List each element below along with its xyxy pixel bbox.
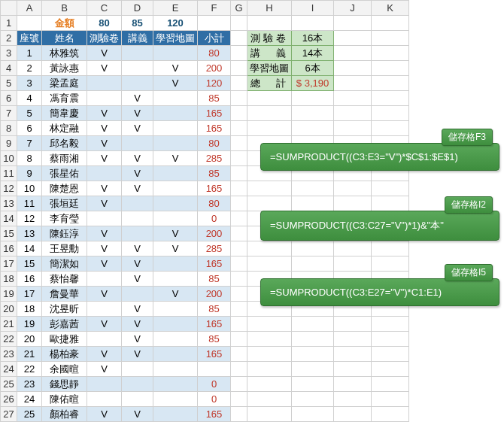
summary-test-label[interactable]: 測驗卷 [247, 31, 292, 46]
row-header[interactable]: 12 [1, 181, 17, 196]
cell[interactable] [231, 407, 247, 422]
subtotal-cell[interactable]: 200 [198, 226, 231, 241]
row-header[interactable]: 17 [1, 256, 17, 272]
cell[interactable] [247, 121, 292, 136]
cell[interactable] [372, 46, 409, 61]
seat-cell[interactable]: 18 [17, 302, 42, 317]
cell[interactable] [334, 46, 372, 61]
name-cell[interactable]: 王昱勳 [42, 241, 87, 256]
cell[interactable] [231, 332, 247, 347]
row-header[interactable]: 14 [1, 211, 17, 226]
seat-cell[interactable]: 6 [17, 121, 42, 136]
cell[interactable] [372, 256, 409, 272]
cell[interactable] [231, 211, 247, 226]
subtotal-cell[interactable]: 85 [198, 302, 231, 317]
cell[interactable] [334, 181, 372, 196]
cell[interactable] [292, 407, 334, 422]
summary-total-val[interactable]: $ 3,190 [292, 76, 334, 91]
cell[interactable] [334, 347, 372, 362]
seat-cell[interactable]: 23 [17, 377, 42, 392]
mark-test[interactable]: V [87, 317, 122, 332]
cell[interactable] [334, 61, 372, 76]
cell[interactable] [372, 61, 409, 76]
mark-test[interactable]: V [87, 106, 122, 121]
cell[interactable] [372, 181, 409, 196]
row-header[interactable]: 25 [1, 377, 17, 392]
row-header[interactable]: 15 [1, 226, 17, 241]
subtotal-cell[interactable]: 285 [198, 151, 231, 166]
cell[interactable] [231, 76, 247, 91]
cell[interactable] [372, 407, 409, 422]
subtotal-cell[interactable]: 80 [198, 46, 231, 61]
cell[interactable] [292, 256, 334, 272]
cell[interactable] [334, 407, 372, 422]
mark-map[interactable]: V [153, 61, 198, 76]
col-C[interactable]: C [87, 1, 122, 16]
name-cell[interactable]: 陳佑暄 [42, 392, 87, 407]
price-map[interactable]: 120 [153, 16, 198, 31]
mark-lecture[interactable]: V [122, 181, 153, 196]
cell[interactable] [231, 151, 247, 166]
name-cell[interactable]: 顏柏睿 [42, 407, 87, 422]
mark-map[interactable]: V [153, 151, 198, 166]
name-cell[interactable]: 蔡雨湘 [42, 151, 87, 166]
cell[interactable] [292, 332, 334, 347]
mark-map[interactable] [153, 256, 198, 272]
mark-lecture[interactable] [122, 76, 153, 91]
name-cell[interactable]: 陳鈺淳 [42, 226, 87, 241]
mark-lecture[interactable]: V [122, 151, 153, 166]
mark-lecture[interactable]: V [122, 256, 153, 272]
cell[interactable] [372, 196, 409, 211]
cell[interactable] [334, 121, 372, 136]
row-header[interactable]: 8 [1, 121, 17, 136]
cell[interactable] [17, 16, 42, 31]
row-header[interactable]: 19 [1, 287, 17, 302]
row-header[interactable]: 2 [1, 31, 17, 46]
mark-map[interactable] [153, 91, 198, 106]
row-header[interactable]: 11 [1, 166, 17, 181]
cell[interactable] [292, 16, 334, 31]
seat-cell[interactable]: 25 [17, 407, 42, 422]
mark-test[interactable]: V [87, 347, 122, 362]
hdr-lecture[interactable]: 講義 [122, 31, 153, 46]
mark-lecture[interactable]: V [122, 332, 153, 347]
mark-map[interactable] [153, 46, 198, 61]
cell[interactable] [334, 392, 372, 407]
cell[interactable] [247, 377, 292, 392]
cell[interactable] [247, 362, 292, 377]
cell[interactable] [292, 181, 334, 196]
cell[interactable] [372, 121, 409, 136]
cell[interactable] [231, 272, 247, 287]
price-lecture[interactable]: 85 [122, 16, 153, 31]
summary-map-label[interactable]: 學習地圖 [247, 61, 292, 76]
mark-lecture[interactable] [122, 196, 153, 211]
row-header[interactable]: 22 [1, 332, 17, 347]
seat-cell[interactable]: 16 [17, 272, 42, 287]
row-header[interactable]: 13 [1, 196, 17, 211]
cell[interactable] [247, 407, 292, 422]
mark-map[interactable] [153, 377, 198, 392]
name-cell[interactable]: 張垣廷 [42, 196, 87, 211]
hdr-map[interactable]: 學習地圖 [153, 31, 198, 46]
mark-lecture[interactable] [122, 377, 153, 392]
mark-map[interactable] [153, 302, 198, 317]
seat-cell[interactable]: 4 [17, 91, 42, 106]
seat-cell[interactable]: 9 [17, 166, 42, 181]
seat-cell[interactable]: 21 [17, 347, 42, 362]
subtotal-cell[interactable]: 165 [198, 106, 231, 121]
cell[interactable] [292, 347, 334, 362]
subtotal-cell[interactable]: 85 [198, 332, 231, 347]
mark-map[interactable] [153, 407, 198, 422]
cell[interactable] [334, 76, 372, 91]
mark-map[interactable] [153, 272, 198, 287]
mark-test[interactable] [87, 211, 122, 226]
col-D[interactable]: D [122, 1, 153, 16]
seat-cell[interactable]: 7 [17, 136, 42, 151]
mark-lecture[interactable] [122, 46, 153, 61]
mark-map[interactable] [153, 106, 198, 121]
mark-map[interactable]: V [153, 226, 198, 241]
subtotal-cell[interactable]: 165 [198, 317, 231, 332]
mark-lecture[interactable] [122, 392, 153, 407]
seat-cell[interactable]: 19 [17, 317, 42, 332]
cell[interactable] [247, 106, 292, 121]
